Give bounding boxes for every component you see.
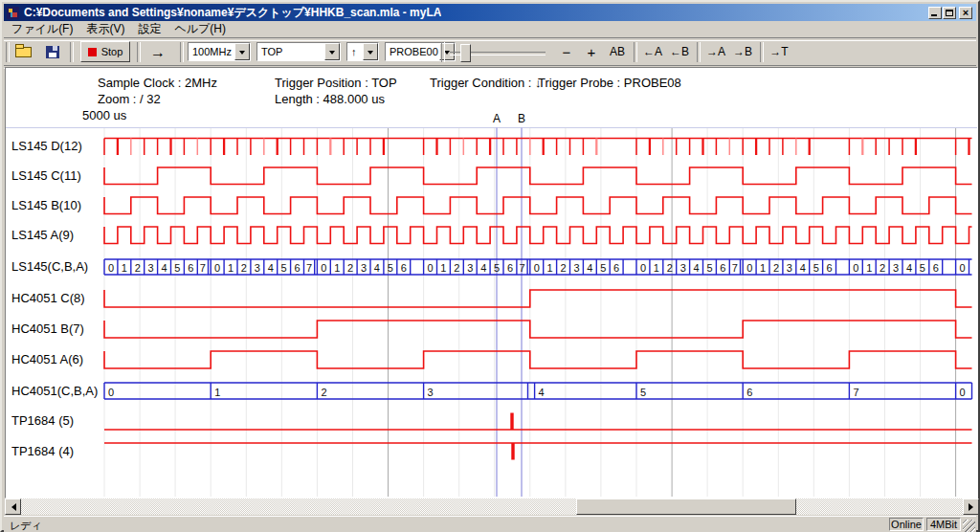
svg-text:4: 4 xyxy=(587,262,592,274)
svg-text:2: 2 xyxy=(135,262,141,274)
trigger-probe-value: PROBE00 xyxy=(390,46,438,57)
svg-text:6: 6 xyxy=(295,262,301,274)
waveform-area[interactable]: Sample Clock : 2MHz Trigger Position : T… xyxy=(5,67,978,499)
channel-trace-9 xyxy=(104,413,972,431)
save-file-button[interactable] xyxy=(40,41,64,62)
scroll-right-button[interactable] xyxy=(963,499,979,515)
svg-text:1: 1 xyxy=(760,262,766,274)
save-floppy-icon xyxy=(46,46,59,58)
channel-trace-7 xyxy=(104,351,972,368)
channel-trace-0 xyxy=(104,139,972,156)
svg-text:0: 0 xyxy=(960,262,966,274)
svg-text:6: 6 xyxy=(720,262,725,274)
svg-text:7: 7 xyxy=(519,262,524,274)
trigger-position-combo[interactable]: TOP xyxy=(256,42,341,61)
channel-trace-10 xyxy=(104,443,972,460)
svg-text:0: 0 xyxy=(534,262,540,274)
svg-text:3: 3 xyxy=(467,262,473,274)
waveform-plot[interactable]: 0123456701234567012345601234567012345601… xyxy=(5,67,978,499)
maximize-icon xyxy=(946,10,953,16)
svg-text:1: 1 xyxy=(334,262,340,274)
window-title: C:¥Documents and Settings¥noname¥デスクトップ¥… xyxy=(24,5,441,21)
minimize-button[interactable] xyxy=(928,7,942,19)
status-memory-cell: 4MBit xyxy=(926,518,961,531)
svg-text:3: 3 xyxy=(893,262,899,274)
menu-help[interactable]: ヘルプ(H) xyxy=(174,21,226,37)
svg-text:7: 7 xyxy=(853,387,858,398)
trigger-edge-dropdown[interactable] xyxy=(363,43,378,60)
divider xyxy=(634,42,637,62)
chevron-down-icon xyxy=(239,51,245,57)
svg-text:5: 5 xyxy=(706,262,712,274)
maximize-button[interactable] xyxy=(943,7,956,19)
clock-combo[interactable]: 100MHz xyxy=(188,42,251,61)
svg-text:6: 6 xyxy=(933,262,939,274)
svg-text:3: 3 xyxy=(148,262,154,274)
svg-text:1: 1 xyxy=(228,262,234,274)
channel-trace-1 xyxy=(104,167,972,185)
stop-button[interactable]: Stop xyxy=(80,41,130,62)
chevron-down-icon xyxy=(368,51,373,57)
scrollbar-thumb[interactable] xyxy=(576,499,796,515)
svg-text:6: 6 xyxy=(613,262,619,274)
svg-text:0: 0 xyxy=(108,262,114,274)
svg-text:4: 4 xyxy=(161,262,167,274)
trigger-position-dropdown[interactable] xyxy=(324,43,340,60)
arrow-left-icon xyxy=(8,503,16,511)
svg-text:3: 3 xyxy=(255,262,260,274)
close-button[interactable]: × xyxy=(959,7,972,19)
svg-text:4: 4 xyxy=(268,262,274,274)
divider xyxy=(760,42,764,62)
svg-text:4: 4 xyxy=(906,262,912,274)
toolbar: Stop → 100MHz TOP ↑ PROBE00 − + AB ←A ←B xyxy=(4,39,976,65)
clock-combo-value: 100MHz xyxy=(192,46,232,57)
svg-text:3: 3 xyxy=(680,262,686,274)
goto-cursor-a-left-button[interactable]: ←A xyxy=(639,42,666,62)
goto-trigger-button[interactable]: →T xyxy=(766,42,792,62)
clock-combo-dropdown[interactable] xyxy=(234,43,250,60)
goto-cursor-b-left-button[interactable]: ←B xyxy=(666,42,693,62)
app-window: C:¥Documents and Settings¥noname¥デスクトップ¥… xyxy=(0,0,980,532)
goto-cursor-a-right-button[interactable]: →A xyxy=(702,42,729,62)
svg-text:6: 6 xyxy=(507,262,513,274)
horizontal-scrollbar[interactable] xyxy=(5,499,979,515)
svg-text:7: 7 xyxy=(200,262,206,274)
resize-grip[interactable] xyxy=(963,520,975,532)
arrow-right-icon xyxy=(969,503,977,511)
trigger-position-value: TOP xyxy=(261,46,282,57)
trigger-edge-combo[interactable]: ↑ xyxy=(346,42,379,61)
goto-cursor-b-right-button[interactable]: →B xyxy=(729,42,756,62)
menu-settings[interactable]: 設定 xyxy=(138,21,161,37)
menu-file[interactable]: ファイル(F) xyxy=(11,21,73,37)
svg-text:0: 0 xyxy=(640,262,646,274)
open-folder-icon xyxy=(15,47,32,57)
zoom-in-button[interactable]: + xyxy=(580,42,603,62)
chevron-down-icon xyxy=(329,51,335,57)
svg-text:0: 0 xyxy=(108,387,114,398)
zoom-slider-thumb[interactable] xyxy=(460,44,471,62)
open-file-button[interactable] xyxy=(11,41,35,62)
scroll-left-button[interactable] xyxy=(5,499,21,515)
status-ready-text: レディ xyxy=(10,519,42,532)
toolbar-grip xyxy=(6,42,10,62)
run-button[interactable]: → xyxy=(144,42,172,62)
svg-text:2: 2 xyxy=(773,262,779,274)
svg-text:3: 3 xyxy=(787,262,792,274)
svg-text:6: 6 xyxy=(188,262,193,274)
svg-text:1: 1 xyxy=(440,262,446,274)
svg-text:0: 0 xyxy=(321,262,326,274)
channel-trace-3 xyxy=(104,227,972,244)
svg-text:6: 6 xyxy=(827,262,833,274)
zoom-out-button[interactable]: − xyxy=(555,42,578,62)
svg-text:0: 0 xyxy=(214,262,220,274)
menu-view[interactable]: 表示(V) xyxy=(86,21,124,37)
ab-button[interactable]: AB xyxy=(605,42,630,62)
channel-trace-5 xyxy=(104,290,972,307)
svg-text:0: 0 xyxy=(746,262,752,274)
svg-text:4: 4 xyxy=(539,387,545,398)
svg-text:5: 5 xyxy=(920,262,925,274)
svg-text:4: 4 xyxy=(800,262,806,274)
svg-text:7: 7 xyxy=(306,262,312,274)
svg-text:5: 5 xyxy=(388,262,393,274)
svg-text:0: 0 xyxy=(960,387,966,398)
